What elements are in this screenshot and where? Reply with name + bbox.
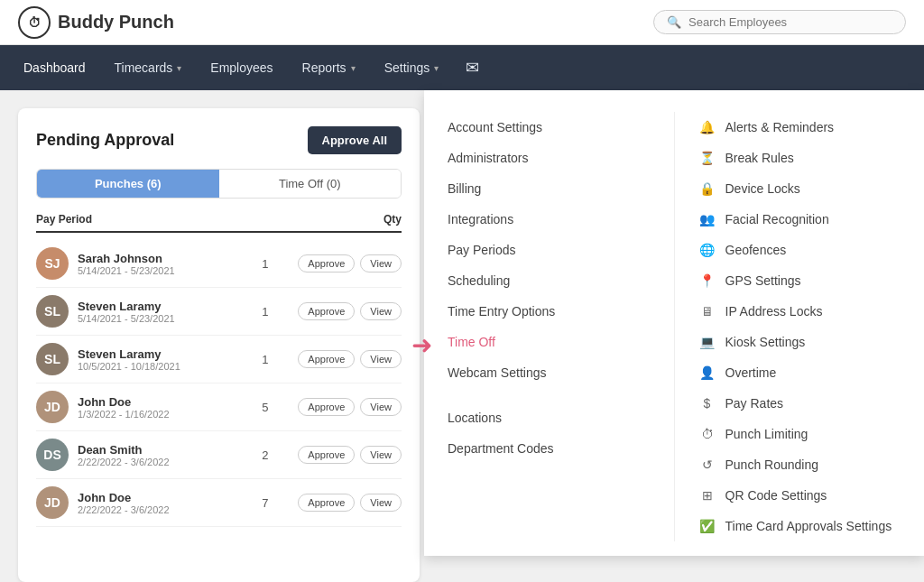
emp-qty: 7 [262, 496, 280, 510]
settings-col1-items: Account SettingsAdministratorsBillingInt… [442, 112, 656, 388]
col-qty: Qty [383, 213, 402, 226]
nav-dashboard[interactable]: Dashboard [9, 45, 100, 90]
settings-item-label: Pay Rates [725, 396, 784, 411]
emp-qty: 2 [262, 448, 280, 462]
settings-item-account-settings[interactable]: Account Settings [442, 112, 656, 143]
approve-all-button[interactable]: Approve All [308, 126, 402, 154]
emp-date: 2/22/2022 - 3/6/2022 [78, 504, 244, 515]
tab-timeoff[interactable]: Time Off (0) [219, 170, 402, 198]
settings-item-time-card-approvals[interactable]: ✅ Time Card Approvals Settings [693, 511, 907, 541]
settings-col2-items: 🔔 Alerts & Reminders ⏳ Break Rules 🔒 Dev… [693, 112, 907, 541]
row-actions: Approve View [298, 494, 402, 512]
settings-item-label: Kiosk Settings [725, 335, 806, 349]
settings-item-icon: 🔒 [698, 181, 716, 196]
settings-item-label: Overtime [725, 365, 777, 380]
settings-item-punch-rounding[interactable]: ↺ Punch Rounding [693, 449, 907, 480]
settings-item-billing[interactable]: Billing [442, 173, 656, 204]
settings-col1-section2-items: LocationsDepartment Codes [442, 402, 656, 464]
settings-item-icon: 🌐 [698, 243, 716, 257]
emp-date: 10/5/2021 - 10/18/2021 [78, 361, 244, 372]
view-button[interactable]: View [360, 494, 402, 512]
settings-item-icon: ⏱ [698, 427, 716, 441]
nav-mail[interactable]: ✉ [453, 58, 492, 78]
row-actions: Approve View [298, 446, 402, 464]
settings-chevron-icon: ▾ [434, 63, 439, 73]
settings-item-department-codes[interactable]: Department Codes [442, 433, 656, 464]
avatar: SL [36, 295, 69, 328]
emp-name: John Doe [78, 395, 244, 409]
settings-item-device-locks[interactable]: 🔒 Device Locks [693, 173, 907, 204]
settings-item-icon: 🖥 [698, 304, 716, 319]
settings-item-label: Break Rules [725, 151, 794, 165]
view-button[interactable]: View [360, 302, 402, 320]
view-button[interactable]: View [360, 398, 402, 416]
settings-item-break-rules[interactable]: ⏳ Break Rules [693, 143, 907, 173]
settings-item-scheduling[interactable]: Scheduling [442, 265, 656, 296]
settings-item-gps-settings[interactable]: 📍 GPS Settings [693, 265, 907, 296]
approve-button[interactable]: Approve [298, 254, 355, 273]
settings-item-ip-address-locks[interactable]: 🖥 IP Address Locks [693, 296, 907, 327]
emp-name: Sarah Johnson [78, 252, 244, 265]
reports-chevron-icon: ▾ [351, 63, 356, 73]
avatar: SL [36, 343, 69, 375]
approve-button[interactable]: Approve [298, 398, 355, 416]
approve-button[interactable]: Approve [298, 494, 355, 512]
emp-date: 1/3/2022 - 1/16/2022 [78, 409, 244, 420]
logo-text: Buddy Punch [58, 12, 174, 32]
emp-name: Dean Smith [78, 443, 244, 457]
settings-item-administrators[interactable]: Administrators [442, 143, 656, 173]
approve-button[interactable]: Approve [298, 350, 355, 368]
emp-info: Sarah Johnson 5/14/2021 - 5/23/2021 [78, 252, 244, 276]
nav-timecards[interactable]: Timecards ▾ [100, 45, 197, 90]
settings-item-punch-limiting[interactable]: ⏱ Punch Limiting [693, 419, 907, 449]
settings-item-icon: 📍 [698, 273, 716, 288]
approve-button[interactable]: Approve [298, 302, 355, 320]
table-row: DS Dean Smith 2/22/2022 - 3/6/2022 2 App… [36, 431, 402, 479]
row-actions: Approve View [298, 350, 402, 368]
settings-dropdown: Account SettingsAdministratorsBillingInt… [424, 90, 924, 556]
settings-item-qr-code-settings[interactable]: ⊞ QR Code Settings [693, 480, 907, 511]
settings-item-icon: $ [698, 396, 716, 411]
settings-item-icon: ⊞ [698, 488, 716, 503]
settings-item-time-off[interactable]: Time Off [442, 327, 656, 357]
settings-item-geofences[interactable]: 🌐 Geofences [693, 235, 907, 265]
settings-item-locations[interactable]: Locations [442, 402, 656, 433]
tab-punches[interactable]: Punches (6) [37, 170, 219, 198]
settings-item-kiosk-settings[interactable]: 💻 Kiosk Settings [693, 327, 907, 357]
search-input[interactable] [688, 15, 892, 29]
settings-item-alerts-reminders[interactable]: 🔔 Alerts & Reminders [693, 112, 907, 143]
emp-info: John Doe 2/22/2022 - 3/6/2022 [78, 491, 244, 515]
view-button[interactable]: View [360, 254, 402, 273]
emp-info: John Doe 1/3/2022 - 1/16/2022 [78, 395, 244, 420]
search-bar[interactable]: 🔍 [653, 10, 906, 34]
settings-col1-section2: LocationsDepartment Codes [442, 402, 656, 464]
settings-item-pay-periods[interactable]: Pay Periods [442, 235, 656, 265]
settings-item-icon: 💻 [698, 335, 716, 349]
settings-item-overtime[interactable]: 👤 Overtime [693, 357, 907, 388]
table-row: SL Steven Laramy 10/5/2021 - 10/18/2021 … [36, 336, 402, 383]
top-bar: ⏱ Buddy Punch 🔍 [0, 0, 924, 45]
view-button[interactable]: View [360, 350, 402, 368]
settings-item-label: IP Address Locks [725, 304, 823, 319]
table-row: JD John Doe 1/3/2022 - 1/16/2022 5 Appro… [36, 383, 402, 431]
emp-name: Steven Laramy [78, 347, 244, 361]
nav-employees[interactable]: Employees [196, 45, 287, 90]
settings-item-time-entry-options[interactable]: Time Entry Options [442, 296, 656, 327]
settings-col1: Account SettingsAdministratorsBillingInt… [424, 112, 675, 541]
nav-reports[interactable]: Reports ▾ [288, 45, 370, 90]
settings-item-icon: ⏳ [698, 151, 716, 165]
settings-item-facial-recognition[interactable]: 👥 Facial Recognition [693, 204, 907, 235]
settings-item-label: Geofences [725, 243, 787, 257]
table-header: Pay Period Qty [36, 213, 402, 233]
nav-settings[interactable]: Settings ▾ [370, 45, 454, 90]
row-actions: Approve View [298, 398, 402, 416]
emp-info: Steven Laramy 5/14/2021 - 5/23/2021 [78, 300, 244, 324]
time-off-arrow: ➜ [411, 330, 432, 360]
emp-qty: 5 [262, 401, 280, 414]
settings-item-pay-rates[interactable]: $ Pay Rates [693, 388, 907, 419]
settings-item-integrations[interactable]: Integrations [442, 204, 656, 235]
approve-button[interactable]: Approve [298, 446, 355, 464]
view-button[interactable]: View [360, 446, 402, 464]
settings-item-webcam-settings[interactable]: Webcam Settings [442, 357, 656, 388]
panel-header: Pending Approval Approve All [36, 126, 402, 154]
